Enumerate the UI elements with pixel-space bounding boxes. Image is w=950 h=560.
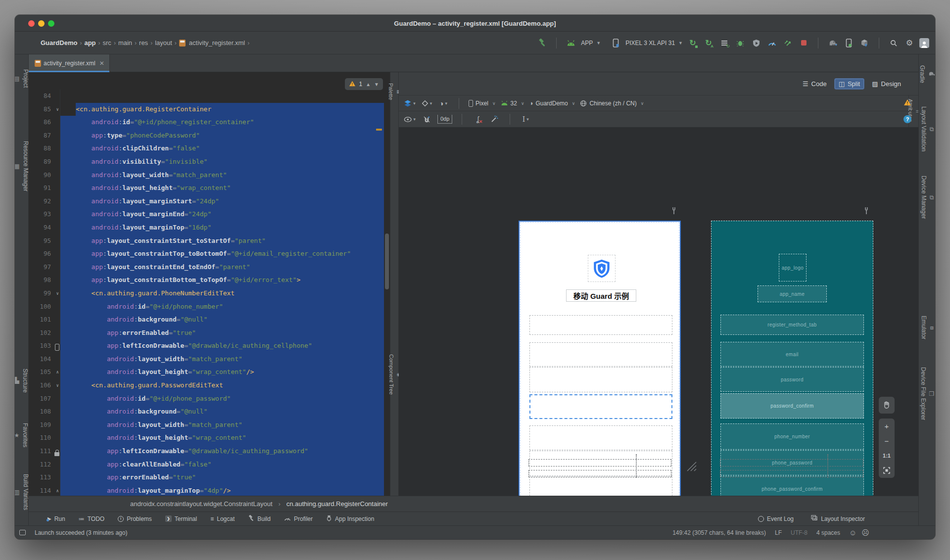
gutter[interactable]: 89: [29, 155, 60, 169]
gutter[interactable]: 96: [29, 247, 60, 261]
attach-debugger-icon[interactable]: [782, 37, 794, 49]
code-line[interactable]: 106∨<cn.authing.guard.PasswordEditText: [29, 379, 384, 392]
code-line[interactable]: 90android:layout_width="match_parent": [29, 169, 384, 182]
code-line[interactable]: 104android:layout_width="match_parent": [29, 353, 384, 366]
blueprint-box[interactable]: phone_number: [720, 423, 864, 450]
api-selector[interactable]: 32∨: [501, 100, 524, 107]
breadcrumb-item[interactable]: layout: [155, 39, 172, 47]
pack-align-icon[interactable]: I▾: [520, 113, 531, 125]
orientation-icon[interactable]: ▾: [421, 97, 432, 109]
preview-field-box[interactable]: [529, 367, 672, 392]
sidebar-item-favorites[interactable]: Favorites★: [15, 423, 29, 447]
sidebar-item-emulator[interactable]: ⧇ Emulator: [920, 316, 934, 339]
device-dropdown[interactable]: PIXEL 3 XL API 31 ▼: [625, 40, 683, 47]
zoom-out-button[interactable]: −: [879, 433, 895, 448]
default-margin-selector[interactable]: 0dp: [437, 115, 452, 124]
smiley-feedback-icon[interactable]: ☺: [849, 528, 856, 537]
blueprint-box[interactable]: password_confirm: [720, 393, 864, 419]
code-line[interactable]: 92android:layout_marginStart="24dp": [29, 195, 384, 208]
breadcrumb-item[interactable]: app: [84, 39, 95, 47]
gutter[interactable]: 94: [29, 221, 60, 234]
code-line[interactable]: 101android:background="@null": [29, 313, 384, 327]
toolwindow-event-log[interactable]: Event Log: [758, 515, 794, 522]
gutter[interactable]: 97: [29, 261, 60, 274]
code-line[interactable]: 88android:clipChildren="false": [29, 142, 384, 155]
code-editor[interactable]: 8485∨<cn.authing.guard.RegisterContainer…: [29, 72, 390, 496]
prev-issue-icon[interactable]: ▲: [366, 82, 371, 87]
preview-field-box[interactable]: [529, 425, 672, 450]
search-icon[interactable]: [888, 37, 900, 49]
gutter[interactable]: 108: [29, 405, 60, 419]
code-line[interactable]: 94android:layout_marginTop="16dp": [29, 221, 384, 234]
preview-field-box-selected[interactable]: [529, 394, 672, 419]
pan-hand-button[interactable]: [879, 397, 895, 414]
code-line[interactable]: 111app:leftIconDrawable="@drawable/ic_au…: [29, 445, 384, 458]
code-line[interactable]: 100android:id="@+id/phone_number": [29, 300, 384, 314]
code-line[interactable]: 84: [29, 90, 384, 103]
blueprint-phone[interactable]: app_logo app_name register_method_tab em…: [711, 221, 873, 496]
settings-gear-icon[interactable]: ⚙: [903, 37, 915, 49]
autoconnect-magnet-icon[interactable]: [421, 113, 432, 125]
gutter[interactable]: 91: [29, 182, 60, 195]
gutter[interactable]: 105∧: [29, 366, 60, 379]
build-hammer-icon[interactable]: [536, 37, 548, 49]
code-line[interactable]: 86android:id="@+id/phone_register_contai…: [29, 116, 384, 129]
code-line[interactable]: 89android:visibility="invisible": [29, 155, 384, 169]
frowny-feedback-icon[interactable]: ☹: [861, 528, 869, 537]
gutter[interactable]: 84: [29, 90, 60, 103]
code-line[interactable]: 96app:layout_constraintTop_toBottomOf="@…: [29, 247, 384, 261]
device-selector[interactable]: Pixel∨: [469, 100, 496, 107]
profile-avatar[interactable]: [919, 38, 929, 48]
toolwindow-logcat[interactable]: ≡Logcat: [210, 515, 235, 522]
gutter[interactable]: 106∨: [29, 379, 60, 392]
fold-marker[interactable]: ∨: [56, 287, 59, 300]
gutter[interactable]: 93: [29, 208, 60, 221]
night-mode-icon[interactable]: ◑▾: [437, 97, 449, 109]
code-line[interactable]: 87app:type="phoneCodePassword": [29, 129, 384, 142]
code-line[interactable]: 103app:leftIconDrawable="@drawable/ic_au…: [29, 339, 384, 353]
view-mode-code[interactable]: ☰ Code: [798, 78, 831, 90]
design-surface-icon[interactable]: ▾: [404, 97, 416, 109]
render-warning-icon[interactable]: [903, 99, 911, 107]
gutter[interactable]: 111: [29, 445, 60, 458]
fold-marker[interactable]: ∧: [56, 366, 59, 379]
fold-marker[interactable]: ∨: [56, 103, 59, 116]
app-logo-preview[interactable]: [588, 255, 616, 282]
tab-activity-register-xml[interactable]: activity_register.xml ✕: [29, 54, 110, 72]
gutter[interactable]: 92: [29, 195, 60, 208]
preview-field-box[interactable]: [529, 342, 672, 367]
gutter[interactable]: 102: [29, 327, 60, 340]
apply-code-changes-icon[interactable]: ↻A: [703, 37, 714, 49]
fold-marker[interactable]: ∨: [56, 379, 59, 392]
blueprint-box[interactable]: email: [720, 342, 864, 367]
blueprint-box[interactable]: app_name: [758, 285, 827, 302]
sidebar-item-device-file-explorer[interactable]: ❒ Device File Explorer: [920, 367, 935, 420]
file-encoding[interactable]: UTF-8: [791, 529, 808, 536]
zoom-actual-size-button[interactable]: 1:1: [879, 448, 895, 463]
resize-handle[interactable]: [685, 460, 697, 473]
gutter[interactable]: 90: [29, 169, 60, 182]
view-mode-design[interactable]: ▨ Design: [867, 78, 905, 90]
profiler-gauge-icon[interactable]: [766, 37, 778, 49]
gutter[interactable]: 88: [29, 142, 60, 155]
sdk-manager-icon[interactable]: [858, 37, 870, 49]
editor-scrollbar[interactable]: [385, 233, 389, 289]
sidebar-item-layout-validation[interactable]: ⧉ Layout Validation: [920, 106, 934, 151]
gutter[interactable]: 107: [29, 392, 60, 406]
toolwindow-todo[interactable]: ≔TODO: [79, 515, 104, 522]
gutter[interactable]: 114∧: [29, 484, 60, 496]
tool-window-switcher-icon[interactable]: [19, 530, 26, 535]
sidebar-item-structure[interactable]: Structure▙: [15, 369, 29, 393]
sidebar-item-build-variants[interactable]: Build Variants▥: [15, 474, 29, 510]
toolwindow-app-inspection[interactable]: App Inspection: [326, 515, 374, 523]
breadcrumb-item[interactable]: src: [103, 39, 111, 47]
design-preview-phone[interactable]: 移动 Guard 示例: [519, 221, 681, 496]
gutter[interactable]: 109: [29, 419, 60, 432]
code-line[interactable]: 91android:layout_height="wrap_content": [29, 182, 384, 195]
breadcrumb[interactable]: GuardDemo›app›src›main›res›layout›activi…: [40, 39, 251, 47]
debug-icon[interactable]: [734, 37, 746, 49]
line-separator[interactable]: LF: [775, 529, 782, 536]
breadcrumb-item[interactable]: res: [139, 39, 148, 47]
clear-constraints-icon[interactable]: ʆ✕: [472, 113, 483, 125]
code-line[interactable]: 108android:background="@null": [29, 405, 384, 419]
